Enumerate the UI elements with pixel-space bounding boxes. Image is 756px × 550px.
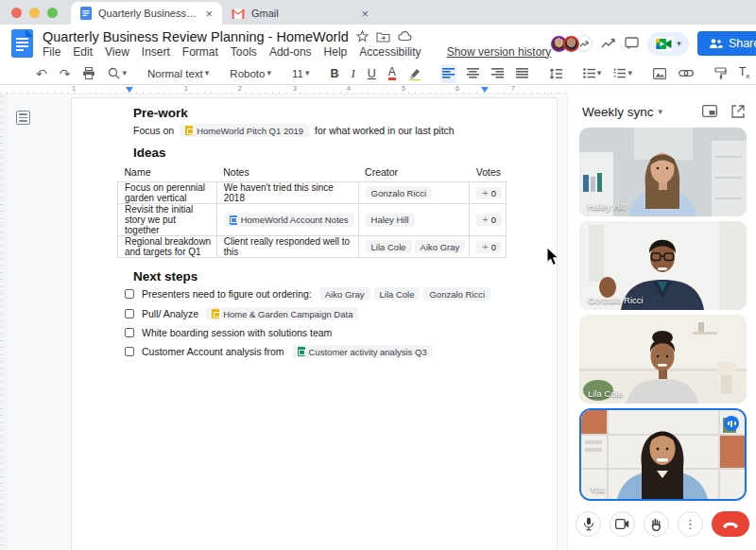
cell-notes[interactable]: HomeWorld Account Notes	[216, 204, 358, 236]
cell-name[interactable]: Revisit the initial story we put togethe…	[118, 204, 217, 236]
font-dropdown[interactable]: Roboto▾	[228, 64, 273, 83]
tab-close-icon[interactable]: ×	[205, 8, 213, 20]
picture-in-picture-icon[interactable]	[702, 105, 717, 117]
table-row[interactable]: Focus on perennial garden vertical We ha…	[118, 182, 507, 204]
text-color-button[interactable]: A	[387, 64, 398, 83]
collaborator-avatar[interactable]	[563, 36, 579, 52]
file-chip-sheets[interactable]: Customer activity analysis Q3	[292, 345, 433, 358]
person-chip[interactable]: Lila Cole	[366, 240, 412, 253]
bold-button[interactable]: B	[328, 64, 340, 83]
cell-creator[interactable]: Haley Hill	[358, 204, 470, 236]
star-icon[interactable]	[356, 30, 369, 43]
participant-tile[interactable]: Gonzalo Ricci	[579, 221, 747, 310]
insert-link-button[interactable]	[677, 64, 696, 83]
camera-button[interactable]	[610, 511, 635, 537]
chevron-down-icon[interactable]: ▾	[659, 108, 663, 116]
person-chip[interactable]: Lila Cole	[374, 287, 421, 301]
document-page[interactable]: Pre-work Focus on HomeWorld Pitch Q1 201…	[71, 97, 558, 550]
underline-button[interactable]: U	[366, 64, 378, 83]
file-chip-slides[interactable]: Home & Garden Campaign Data	[206, 307, 358, 320]
activity-dashboard-icon[interactable]	[601, 38, 616, 49]
cloud-status-icon[interactable]	[398, 31, 412, 42]
menu-format[interactable]: Format	[182, 45, 218, 59]
share-button[interactable]: Share	[697, 31, 756, 56]
cell-votes[interactable]: +0	[470, 204, 507, 236]
cell-creator[interactable]: Lila ColeAiko Gray	[358, 236, 470, 258]
left-indent-marker[interactable]	[126, 87, 133, 93]
tab-close-icon[interactable]: ×	[361, 8, 369, 20]
styles-dropdown[interactable]: Normal text▾	[146, 64, 211, 83]
participant-tile[interactable]: Lila Cole	[579, 315, 747, 404]
document-outline-icon[interactable]	[16, 111, 30, 125]
cell-votes[interactable]: +0	[470, 236, 507, 258]
zoom-tool[interactable]: ▾	[106, 64, 129, 83]
docs-logo[interactable]	[11, 29, 33, 58]
menu-view[interactable]: View	[105, 45, 129, 59]
bulleted-list-button[interactable]: ▾	[581, 64, 604, 83]
checkbox[interactable]	[125, 328, 134, 337]
person-chip[interactable]: Aiko Gray	[319, 287, 370, 301]
ideas-table[interactable]: Name Notes Creator Votes Focus on perenn…	[117, 163, 507, 258]
cell-creator[interactable]: Gonzalo Ricci	[358, 182, 470, 204]
highlight-color-button[interactable]	[406, 64, 423, 83]
end-call-button[interactable]	[712, 511, 749, 537]
window-minimize-button[interactable]	[29, 8, 40, 18]
checkbox[interactable]	[125, 347, 134, 356]
document-title[interactable]: Quarterly Business Review Planning - Hom…	[43, 29, 349, 44]
meet-join-button[interactable]: ▾	[647, 32, 689, 56]
cell-notes[interactable]: We haven't tried this since 2018	[216, 182, 358, 204]
menu-addons[interactable]: Add-ons	[269, 45, 312, 59]
browser-tab-docs[interactable]: Quarterly Business Review Plan ×	[71, 2, 222, 25]
participant-tile[interactable]: Haley Hill	[579, 128, 747, 216]
vote-button[interactable]: +0	[476, 241, 502, 253]
redo-icon[interactable]: ↷	[58, 64, 73, 83]
raise-hand-button[interactable]	[644, 511, 669, 537]
table-row[interactable]: Revisit the initial story we put togethe…	[118, 204, 507, 236]
insert-image-button[interactable]	[651, 64, 668, 83]
comments-icon[interactable]	[625, 37, 639, 50]
browser-tab-gmail[interactable]: Gmail ×	[222, 2, 378, 25]
table-row[interactable]: Regional breakdown and targets for Q1 Cl…	[118, 236, 507, 258]
align-left-button[interactable]	[440, 64, 456, 83]
cell-votes[interactable]: +0	[470, 182, 507, 204]
self-tile[interactable]: You	[579, 408, 747, 501]
clear-formatting-button[interactable]: Tx	[737, 64, 751, 83]
person-chip[interactable]: Gonzalo Ricci	[366, 186, 433, 199]
line-spacing-button[interactable]	[547, 64, 564, 83]
right-indent-marker[interactable]	[481, 87, 489, 93]
file-chip-slides[interactable]: HomeWorld Pitch Q1 2019	[180, 124, 309, 137]
move-folder-icon[interactable]	[376, 31, 390, 43]
file-chip-docs[interactable]: HomeWorld Account Notes	[224, 214, 354, 227]
person-chip[interactable]: Haley Hill	[366, 214, 415, 227]
checkbox[interactable]	[125, 309, 134, 318]
window-zoom-button[interactable]	[47, 8, 58, 18]
more-options-button[interactable]: ⋮	[678, 511, 703, 537]
numbered-list-button[interactable]: ▾	[611, 64, 634, 83]
align-center-button[interactable]	[465, 64, 481, 83]
cell-name[interactable]: Focus on perennial garden vertical	[118, 182, 217, 204]
meeting-title[interactable]: Weekly sync	[582, 105, 654, 119]
person-chip[interactable]: Aiko Gray	[415, 240, 466, 253]
paint-format-button[interactable]	[713, 64, 729, 83]
open-in-new-icon[interactable]	[731, 105, 745, 118]
menu-edit[interactable]: Edit	[73, 45, 93, 59]
person-chip[interactable]: Gonzalo Ricci	[423, 287, 490, 301]
mic-button[interactable]	[576, 511, 601, 537]
undo-icon[interactable]: ↶	[34, 64, 49, 83]
font-size-dropdown[interactable]: 11▾	[290, 64, 311, 83]
vote-button[interactable]: +0	[476, 214, 502, 226]
show-version-history-link[interactable]: Show version history	[447, 45, 552, 59]
italic-button[interactable]: I	[349, 64, 356, 83]
print-icon[interactable]	[80, 64, 97, 83]
menu-accessibility[interactable]: Accessibility	[359, 45, 421, 59]
align-right-button[interactable]	[490, 64, 506, 83]
window-close-button[interactable]	[11, 8, 22, 18]
vote-button[interactable]: +0	[476, 187, 502, 199]
menu-file[interactable]: File	[43, 45, 60, 59]
menu-help[interactable]: Help	[324, 45, 348, 59]
checkbox[interactable]	[125, 289, 134, 299]
cell-notes[interactable]: Client really responded well to this	[216, 236, 358, 258]
justify-button[interactable]	[514, 64, 530, 83]
menu-tools[interactable]: Tools	[231, 45, 257, 59]
menu-insert[interactable]: Insert	[142, 45, 170, 59]
